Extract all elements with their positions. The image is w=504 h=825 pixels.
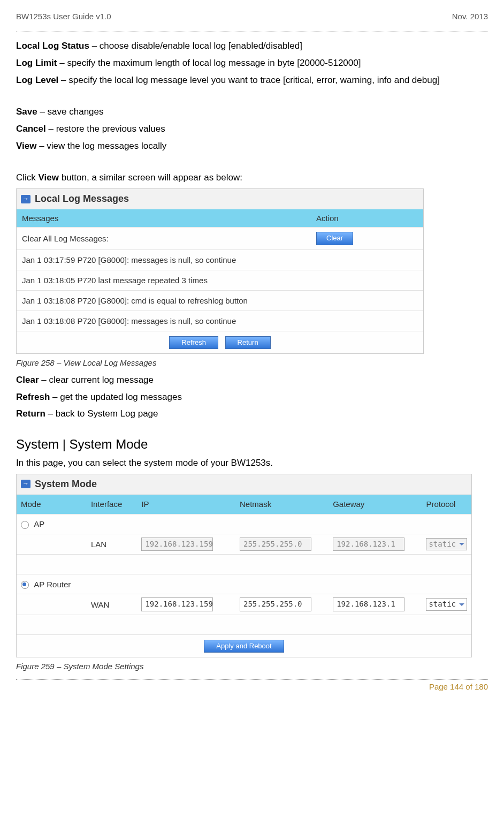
clear-all-label: Clear All Log Messages: [17,229,311,248]
table-row: AP [17,514,471,534]
def-local-log-status: Local Log Status – choose disable/enable… [16,40,488,52]
panel-footer: Refresh Return [17,331,423,353]
col-messages: Messages [17,209,311,227]
chevron-down-icon [459,543,464,546]
table-row: LAN 192.168.123.159 255.255.255.0 192.16… [17,534,471,555]
log-message: Jan 1 03:18:08 P720 [G8000]: messages is… [17,311,241,331]
system-mode-heading: System | System Mode [16,435,488,453]
col-interface: Interface [87,495,138,514]
footer: Page 144 of 180 [16,679,488,692]
system-mode-panel: System Mode Mode Interface IP Netmask Ga… [16,474,472,658]
panel-title: System Mode [35,478,97,491]
def-log-limit: Log Limit – specify the maximum length o… [16,57,488,70]
table-header-row: Mode Interface IP Netmask Gateway Protoc… [17,495,471,514]
def-save: Save – save changes [16,105,488,118]
interface-lan: LAN [87,534,138,555]
col-ip: IP [137,495,235,514]
interface-wan: WAN [87,594,138,615]
figure-259-caption: Figure 259 – System Mode Settings [16,661,488,672]
clear-button[interactable]: Clear [316,232,353,245]
log-message: Jan 1 03:18:05 P720 last message repeate… [17,270,213,290]
col-action: Action [311,209,423,227]
col-gateway: Gateway [329,495,422,514]
panel-icon [21,480,30,488]
log-message: Jan 1 03:18:08 P720 [G8000]: cmd is equa… [17,291,253,311]
table-row [17,615,471,634]
wan-ip-input[interactable]: 192.168.123.159 [141,597,213,611]
panel-title: Local Log Messages [35,192,129,206]
refresh-button[interactable]: Refresh [169,336,218,349]
log-row: Jan 1 03:18:08 P720 [G8000]: messages is… [17,311,423,331]
divider [16,679,488,680]
def-log-level: Log Level – specify the local log messag… [16,74,488,87]
def-refresh: Refresh – get the updated log messages [16,391,488,404]
lan-gw-input: 192.168.123.1 [333,538,404,551]
log-row: Jan 1 03:18:08 P720 [G8000]: cmd is equa… [17,290,423,311]
clear-all-row: Clear All Log Messages: Clear [17,227,423,249]
system-mode-intro: In this page, you can select the system … [16,457,488,470]
wan-gw-input[interactable]: 192.168.123.1 [333,597,404,611]
wan-mask-input[interactable]: 255.255.255.0 [240,597,311,611]
table-row [17,555,471,574]
column-header-row: Messages Action [17,209,423,227]
panel-header: Local Log Messages [17,189,423,209]
mode-ap-label: AP [34,519,44,528]
def-clear: Clear – clear current log message [16,374,488,387]
lan-ip-input: 192.168.123.159 [141,538,213,551]
click-view-instruction: Click View button, a similar screen will… [16,171,488,184]
col-mode: Mode [17,495,87,514]
doc-title: BW1253s User Guide v1.0 [16,11,111,22]
wan-proto-select[interactable]: static [426,598,467,611]
doc-header: BW1253s User Guide v1.0 Nov. 2013 [16,11,488,22]
mode-ap-cell: AP [17,514,87,534]
col-netmask: Netmask [235,495,329,514]
lan-mask-input: 255.255.255.0 [240,538,311,551]
def-view: View – view the log messages locally [16,140,488,153]
panel-footer: Apply and Reboot [17,634,471,657]
table-row: WAN 192.168.123.159 255.255.255.0 192.16… [17,594,471,615]
table-row: AP Router [17,574,471,594]
mode-aprouter-cell: AP Router [17,574,87,594]
radio-ap-router[interactable] [21,581,29,589]
lan-proto-select: static [426,538,467,551]
mode-aprouter-label: AP Router [34,580,71,589]
chevron-down-icon [459,603,464,606]
def-cancel: Cancel – restore the previous values [16,123,488,135]
log-row: Jan 1 03:17:59 P720 [G8000]: messages is… [17,249,423,270]
local-log-panel: Local Log Messages Messages Action Clear… [16,188,424,354]
return-button[interactable]: Return [225,336,271,349]
panel-icon [21,195,30,203]
divider [16,32,488,32]
doc-date: Nov. 2013 [452,11,488,22]
system-mode-table: Mode Interface IP Netmask Gateway Protoc… [17,495,471,634]
col-protocol: Protocol [422,495,471,514]
apply-reboot-button[interactable]: Apply and Reboot [204,640,284,653]
log-message: Jan 1 03:17:59 P720 [G8000]: messages is… [17,250,241,270]
def-return: Return – back to System Log page [16,407,488,420]
page-number: Page 144 of 180 [16,681,488,692]
panel-header: System Mode [17,474,471,495]
figure-258-caption: Figure 258 – View Local Log Messages [16,357,488,368]
radio-ap[interactable] [21,521,29,529]
log-row: Jan 1 03:18:05 P720 last message repeate… [17,270,423,290]
